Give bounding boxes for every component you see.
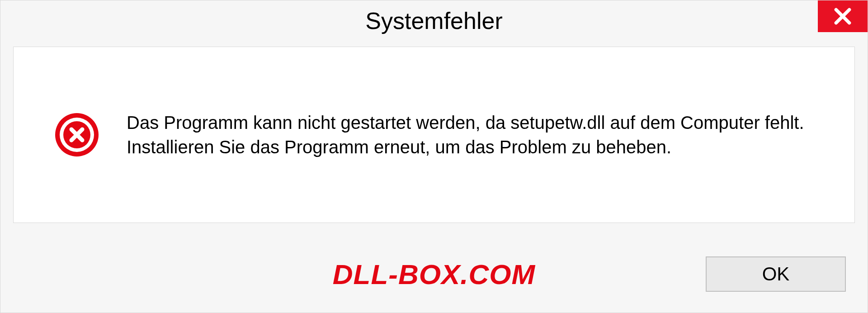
dialog-title: Systemfehler [365,7,502,34]
watermark-text: DLL-BOX.COM [333,258,535,290]
titlebar: Systemfehler [0,0,868,41]
error-icon [54,112,99,157]
content-area: Das Programm kann nicht gestartet werden… [13,47,855,223]
ok-button[interactable]: OK [706,256,846,292]
error-message: Das Programm kann nicht gestartet werden… [127,110,827,159]
close-button[interactable] [818,0,868,32]
error-dialog: Systemfehler Das Programm kann nicht ges… [0,0,868,313]
close-icon [833,6,853,26]
footer: DLL-BOX.COM OK [0,236,868,313]
